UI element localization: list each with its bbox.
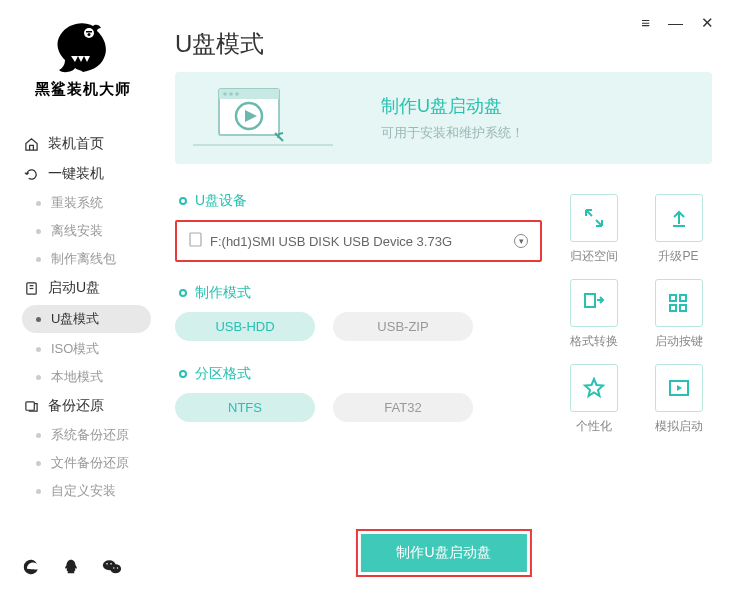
svg-point-12: [117, 567, 118, 568]
svg-rect-14: [219, 89, 279, 99]
logo-text: 黑鲨装机大师: [0, 80, 165, 99]
nav-oneclick[interactable]: 一键装机: [0, 159, 165, 189]
convert-icon: [570, 279, 618, 327]
qq-icon[interactable]: [62, 558, 80, 581]
nav-backup[interactable]: 备份还原: [0, 391, 165, 421]
nav-sub-umode[interactable]: U盘模式: [22, 305, 151, 333]
svg-rect-6: [25, 401, 33, 409]
ie-icon[interactable]: [22, 558, 40, 581]
nav-home-label: 装机首页: [48, 135, 104, 153]
tile-format-convert[interactable]: 格式转换: [560, 279, 627, 350]
logo: 黑鲨装机大师: [0, 12, 165, 113]
svg-point-17: [235, 92, 239, 96]
section-mode: 制作模式: [175, 284, 542, 302]
svg-rect-1: [86, 31, 92, 33]
section-partition: 分区格式: [175, 365, 542, 383]
mode-usb-zip[interactable]: USB-ZIP: [333, 312, 473, 341]
nav-sub-iso[interactable]: ISO模式: [0, 335, 165, 363]
create-usb-button[interactable]: 制作U盘启动盘: [360, 534, 526, 572]
banner-subtitle: 可用于安装和维护系统！: [381, 124, 524, 142]
shark-logo-icon: [53, 20, 113, 78]
svg-point-16: [229, 92, 233, 96]
svg-rect-24: [670, 305, 676, 311]
refresh-icon: [22, 167, 40, 182]
tile-restore-space[interactable]: 归还空间: [560, 194, 627, 265]
star-icon: [570, 364, 618, 412]
svg-point-10: [110, 563, 112, 565]
backup-icon: [22, 399, 40, 414]
play-icon: [655, 364, 703, 412]
svg-rect-23: [680, 295, 686, 301]
nav-bootu-label: 启动U盘: [48, 279, 100, 297]
nav-sub-reinstall[interactable]: 重装系统: [0, 189, 165, 217]
nav-sub-offline[interactable]: 离线安装: [0, 217, 165, 245]
nav-backup-label: 备份还原: [48, 397, 104, 415]
nav-sub-custom[interactable]: 自定义安装: [0, 477, 165, 505]
svg-rect-22: [670, 295, 676, 301]
wechat-icon[interactable]: [102, 558, 122, 581]
device-value: F:(hd1)SMI USB DISK USB Device 3.73G: [210, 234, 452, 249]
banner-title: 制作U盘启动盘: [381, 94, 524, 118]
svg-point-15: [223, 92, 227, 96]
svg-point-11: [113, 567, 114, 568]
svg-point-9: [106, 563, 108, 565]
banner: 制作U盘启动盘 可用于安装和维护系统！: [175, 72, 712, 164]
usb-icon: [22, 281, 40, 296]
page-title: U盘模式: [175, 28, 712, 60]
svg-point-2: [87, 33, 90, 36]
tile-boot-key[interactable]: 启动按键: [645, 279, 712, 350]
drive-icon: [189, 232, 202, 250]
tile-upgrade-pe[interactable]: 升级PE: [645, 194, 712, 265]
nav-home[interactable]: 装机首页: [0, 129, 165, 159]
partition-fat32[interactable]: FAT32: [333, 393, 473, 422]
keyboard-icon: [655, 279, 703, 327]
banner-illustration: [193, 83, 333, 153]
home-icon: [22, 137, 40, 152]
nav-oneclick-label: 一键装机: [48, 165, 104, 183]
create-usb-button-highlight: 制作U盘启动盘: [355, 529, 531, 577]
nav-sub-local[interactable]: 本地模式: [0, 363, 165, 391]
tile-simulate-boot[interactable]: 模拟启动: [645, 364, 712, 435]
nav-sub-makepkg[interactable]: 制作离线包: [0, 245, 165, 273]
nav-sub-filebackup[interactable]: 文件备份还原: [0, 449, 165, 477]
svg-rect-21: [585, 294, 595, 307]
section-device: U盘设备: [175, 192, 542, 210]
device-select[interactable]: F:(hd1)SMI USB DISK USB Device 3.73G ▾: [175, 220, 542, 262]
svg-rect-25: [680, 305, 686, 311]
svg-rect-20: [190, 233, 201, 246]
upgrade-icon: [655, 194, 703, 242]
svg-point-8: [110, 564, 121, 573]
nav-bootu[interactable]: 启动U盘: [0, 273, 165, 303]
mode-usb-hdd[interactable]: USB-HDD: [175, 312, 315, 341]
tile-customize[interactable]: 个性化: [560, 364, 627, 435]
dropdown-icon: ▾: [514, 234, 528, 248]
restore-space-icon: [570, 194, 618, 242]
partition-ntfs[interactable]: NTFS: [175, 393, 315, 422]
nav-sub-sysbackup[interactable]: 系统备份还原: [0, 421, 165, 449]
